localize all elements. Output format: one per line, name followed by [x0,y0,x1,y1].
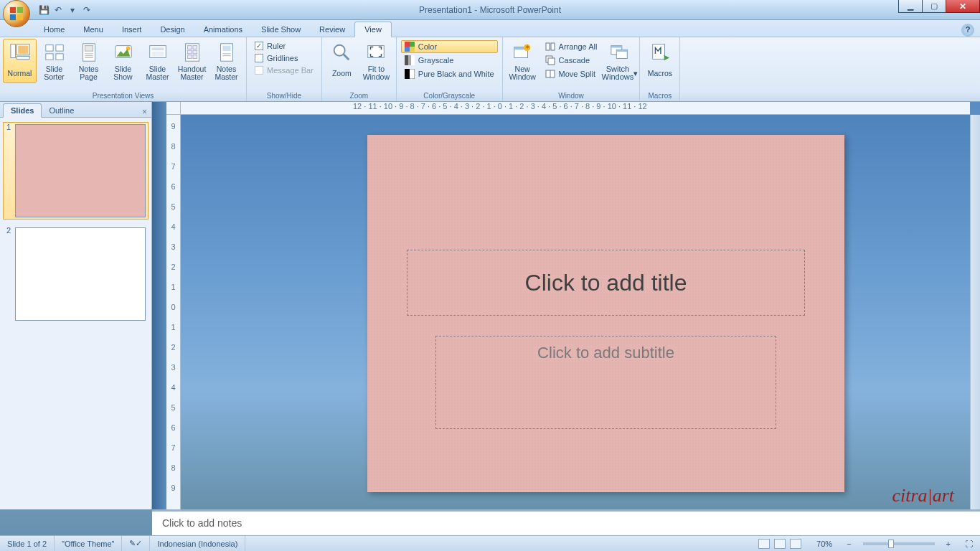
ruler-label: Ruler [267,42,286,50]
macros-button[interactable]: Macros [643,39,677,83]
svg-rect-21 [151,52,164,57]
slide-master-button[interactable]: Slide Master [141,39,174,83]
svg-rect-37 [410,42,415,47]
normal-view-icon [9,41,32,64]
tab-view[interactable]: View [354,22,392,37]
notes-master-label: Notes Master [211,65,242,81]
slide-show-button[interactable]: Slide Show [106,39,140,83]
status-language[interactable]: Indonesian (Indonesia) [150,536,245,551]
window-controls: ▁ ▢ ✕ [899,0,980,13]
arrange-all-button[interactable]: Arrange All [542,40,601,53]
notes-master-button[interactable]: Notes Master [209,39,243,83]
vertical-scrollbar[interactable] [970,115,980,509]
thumbnail-2[interactable]: 2 [3,225,149,323]
handout-master-button[interactable]: Handout Master [175,39,209,83]
ruler-checkbox[interactable]: ✓Ruler [251,40,317,52]
zoom-level[interactable]: 70% [809,536,839,551]
panel-close-icon[interactable]: × [142,107,147,117]
svg-marker-60 [664,55,670,61]
svg-rect-20 [151,47,164,50]
notes-page-label: Notes Page [73,65,104,81]
outline-tab[interactable]: Outline [42,104,81,117]
svg-rect-49 [546,43,550,50]
pbw-label: Pure Black and White [418,70,494,78]
pbw-icon [405,69,415,79]
tab-home[interactable]: Home [34,22,74,37]
slides-panel: Slides Outline × 1 2 [0,102,152,509]
notes-page-button[interactable]: Notes Page [72,39,105,83]
slide-sorter-button[interactable]: Slide Sorter [37,39,71,83]
close-button[interactable]: ✕ [946,0,980,13]
show-view-icon[interactable] [790,539,801,549]
undo-icon[interactable]: ↶ [53,5,63,15]
move-split-button[interactable]: Move Split [542,67,601,80]
new-window-button[interactable]: ✶ New Window [506,39,540,83]
zoom-in-button[interactable]: + [939,536,958,551]
tab-animations[interactable]: Animations [194,22,252,37]
normal-view-button[interactable]: Normal [3,39,37,83]
color-label: Color [418,42,437,51]
gridlines-label: Gridlines [267,54,298,62]
office-button[interactable] [3,0,30,27]
svg-text:✶: ✶ [524,43,530,51]
svg-rect-3 [17,14,23,19]
svg-rect-59 [653,44,665,60]
ribbon: Normal Slide Sorter Notes Page Slide Sho… [0,37,980,102]
check-icon: ✓ [255,42,263,50]
tab-review[interactable]: Review [310,22,354,37]
svg-rect-44 [405,69,410,79]
help-button[interactable]: ? [961,24,974,37]
switch-windows-button[interactable]: Switch Windows ▾ [603,39,636,83]
grayscale-label: Grayscale [418,56,454,65]
slide-canvas[interactable]: Click to add title Click to add subtitle… [181,115,970,509]
grayscale-button[interactable]: Grayscale [401,54,498,67]
tab-slide-show[interactable]: Slide Show [252,22,310,37]
sorter-view-icon[interactable] [774,539,786,549]
svg-rect-4 [10,44,15,58]
gridlines-checkbox[interactable]: Gridlines [251,52,317,64]
maximize-button[interactable]: ▢ [922,0,946,13]
svg-rect-28 [192,55,197,59]
slides-panel-tabs: Slides Outline × [0,102,151,118]
tab-menu[interactable]: Menu [74,22,113,37]
slide[interactable]: Click to add title Click to add subtitle [367,135,844,492]
zoom-button[interactable]: Zoom [325,39,359,83]
horizontal-ruler[interactable]: 12 · 11 · 10 · 9 · 8 · 7 · 6 · 5 · 4 · 3… [181,102,970,115]
fit-slide-button[interactable]: ⛶ [958,536,980,551]
color-button[interactable]: Color [401,40,498,53]
title-placeholder[interactable]: Click to add title [407,250,805,316]
watermark: citra|art [892,485,954,507]
status-theme: "Office Theme" [55,536,122,551]
redo-icon[interactable]: ↷ [82,5,92,15]
arrange-all-label: Arrange All [559,42,598,51]
group-window-label: Window [506,91,637,101]
tab-insert[interactable]: Insert [113,22,151,37]
new-window-icon: ✶ [511,41,534,64]
pbw-button[interactable]: Pure Black and White [401,67,498,80]
subtitle-placeholder[interactable]: Click to add subtitle [435,336,776,429]
cascade-button[interactable]: Cascade [542,54,601,67]
thumbnail-1[interactable]: 1 [3,122,149,220]
cascade-icon [545,55,555,65]
svg-rect-57 [611,46,622,48]
save-icon[interactable]: 💾 [39,5,49,15]
zoom-out-button[interactable]: − [839,536,858,551]
slide-master-label: Slide Master [142,65,173,81]
tab-design[interactable]: Design [151,22,194,37]
normal-view-icon[interactable] [758,539,770,549]
fit-window-button[interactable]: Fit to Window [359,39,393,83]
qat-dropdown-icon[interactable]: ▾ [67,5,77,15]
status-spellcheck[interactable]: ✎✓ [122,536,150,551]
check-icon [255,66,263,75]
workspace: Slides Outline × 1 2 12 · 11 · 10 · 9 · … [0,102,980,509]
view-buttons [750,536,809,551]
group-macros-label: Macros [643,91,677,101]
notes-pane[interactable]: Click to add notes [152,509,980,535]
notes-master-icon [215,41,238,64]
slides-tab[interactable]: Slides [3,103,42,118]
zoom-slider[interactable] [863,542,935,545]
vertical-ruler[interactable]: 9876543210123456789 [166,115,181,509]
grayscale-icon [405,55,415,65]
minimize-button[interactable]: ▁ [898,0,923,13]
svg-point-18 [126,47,130,51]
